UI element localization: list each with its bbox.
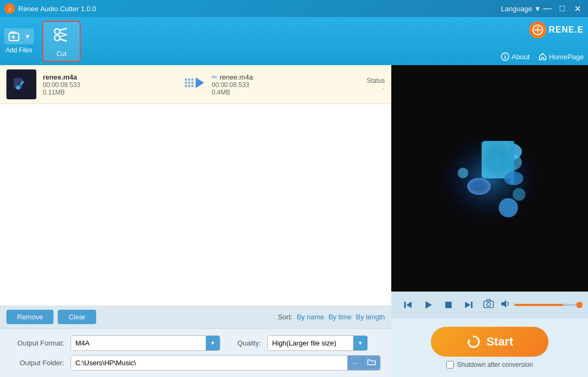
left-panel: renee.m4a 00:00:08.533 0.11MB: [0, 65, 391, 377]
svg-rect-30: [191, 85, 194, 87]
input-duration: 00:00:08.533: [43, 81, 177, 89]
scissors-icon: [52, 25, 71, 48]
sort-by-time[interactable]: By time: [328, 313, 351, 321]
nav-top-right: RENE.E: [529, 21, 584, 38]
folder-open-button[interactable]: [362, 356, 380, 370]
svg-marker-45: [425, 301, 432, 309]
homepage-button[interactable]: HomePage: [538, 52, 584, 61]
about-button[interactable]: About: [501, 52, 530, 61]
folder-dots-button[interactable]: ···: [347, 356, 362, 370]
shutdown-row: Shutdown after conversion: [446, 361, 533, 368]
minimize-button[interactable]: —: [541, 2, 554, 15]
sort-label: Sort:: [278, 313, 292, 321]
shutdown-checkbox[interactable]: [446, 361, 454, 368]
svg-rect-29: [188, 85, 190, 87]
window-controls: — □ ✕: [541, 2, 584, 15]
svg-rect-26: [188, 82, 190, 84]
add-files-button[interactable]: ▾ Add Files: [4, 28, 34, 54]
input-size: 0.11MB: [43, 89, 177, 96]
svg-rect-27: [191, 82, 194, 84]
folder-label: Output Folder:: [11, 359, 64, 367]
remove-button[interactable]: Remove: [6, 310, 53, 324]
right-panel: Start Shutdown after conversion: [391, 65, 588, 377]
folder-row: Output Folder: ···: [11, 355, 381, 371]
quality-dropdown-button[interactable]: ▼: [353, 336, 367, 350]
rene-logo-icon: [529, 21, 546, 38]
start-button[interactable]: Start: [431, 327, 548, 357]
input-filename: renee.m4a: [43, 73, 177, 81]
screenshot-button[interactable]: [483, 299, 494, 311]
table-row[interactable]: renee.m4a 00:00:08.533 0.11MB: [0, 65, 391, 104]
svg-marker-52: [468, 339, 471, 342]
volume-thumb: [576, 302, 583, 308]
about-label: About: [512, 53, 530, 61]
add-files-icon: ▾: [4, 28, 34, 44]
app-title: Renee Audio Cutter 1.0.0: [18, 5, 501, 13]
output-filename-row: ✏ renee.m4a: [212, 73, 346, 81]
close-button[interactable]: ✕: [571, 2, 584, 15]
svg-point-42: [499, 198, 518, 217]
svg-marker-48: [465, 302, 470, 308]
edit-icon: ✏: [212, 73, 218, 81]
nav-bottom-links: About HomePage: [501, 52, 584, 61]
add-files-label: Add Files: [5, 46, 32, 54]
homepage-label: HomePage: [549, 53, 584, 61]
svg-point-17: [505, 54, 506, 56]
svg-rect-3: [10, 32, 16, 34]
file-output-info: ✏ renee.m4a 00:00:08.533 0.4MB: [212, 73, 346, 96]
settings-bar: Output Format: M4A MP3 WAV AAC FLAC OGG …: [0, 328, 391, 377]
add-files-dropdown-icon[interactable]: ▾: [26, 32, 29, 41]
format-select-wrapper: M4A MP3 WAV AAC FLAC OGG ▼: [71, 335, 220, 351]
stop-button[interactable]: [440, 297, 457, 313]
cut-button[interactable]: Cut: [42, 21, 81, 62]
language-dropdown-icon[interactable]: ▼: [534, 5, 541, 13]
skip-back-button[interactable]: [400, 297, 416, 313]
output-filename: renee.m4a: [220, 73, 253, 81]
sort-by-name[interactable]: By name: [297, 313, 324, 321]
start-label: Start: [486, 335, 513, 349]
quality-select[interactable]: High(Larger file size) Medium Low: [268, 336, 353, 350]
svg-point-39: [458, 168, 468, 178]
svg-rect-25: [185, 82, 187, 84]
svg-line-8: [59, 28, 67, 30]
svg-marker-51: [501, 300, 506, 308]
output-size: 0.4MB: [212, 89, 346, 96]
output-duration: 00:00:08.533: [212, 81, 346, 89]
clear-button[interactable]: Clear: [58, 310, 96, 324]
status-label: Status: [353, 77, 385, 84]
svg-point-6: [55, 29, 60, 34]
quality-select-wrapper: High(Larger file size) Medium Low ▼: [267, 335, 368, 351]
volume-slider[interactable]: [514, 304, 579, 306]
maximize-button[interactable]: □: [556, 2, 569, 15]
svg-rect-46: [445, 302, 452, 308]
svg-rect-22: [185, 78, 187, 81]
sort-by-length[interactable]: By length: [356, 313, 385, 321]
svg-marker-31: [196, 77, 204, 88]
svg-point-21: [21, 81, 24, 84]
svg-point-19: [16, 85, 20, 90]
volume-fill: [514, 304, 563, 306]
svg-marker-44: [406, 302, 412, 308]
svg-point-37: [467, 178, 491, 195]
arrow-icon: [184, 76, 205, 92]
skip-forward-button[interactable]: [461, 297, 477, 313]
shutdown-label: Shutdown after conversion: [457, 361, 533, 368]
format-select[interactable]: M4A MP3 WAV AAC FLAC OGG: [71, 336, 206, 350]
music-visual: [431, 125, 548, 232]
player-controls: [391, 292, 588, 318]
svg-rect-43: [404, 302, 406, 308]
play-button[interactable]: [420, 297, 436, 313]
refresh-icon: [466, 334, 481, 349]
svg-point-38: [504, 171, 523, 185]
format-dropdown-button[interactable]: ▼: [206, 336, 220, 350]
language-label: Language: [501, 5, 532, 13]
start-area: Start Shutdown after conversion: [391, 318, 588, 377]
title-bar: ♪ Renee Audio Cutter 1.0.0 Language ▼ — …: [0, 0, 588, 17]
file-thumbnail: [6, 69, 36, 99]
svg-rect-24: [191, 78, 194, 81]
cut-label: Cut: [57, 50, 67, 58]
folder-input[interactable]: [71, 356, 347, 370]
language-selector[interactable]: Language ▼: [501, 5, 541, 13]
svg-point-40: [513, 188, 525, 201]
svg-text:♪: ♪: [8, 5, 12, 13]
